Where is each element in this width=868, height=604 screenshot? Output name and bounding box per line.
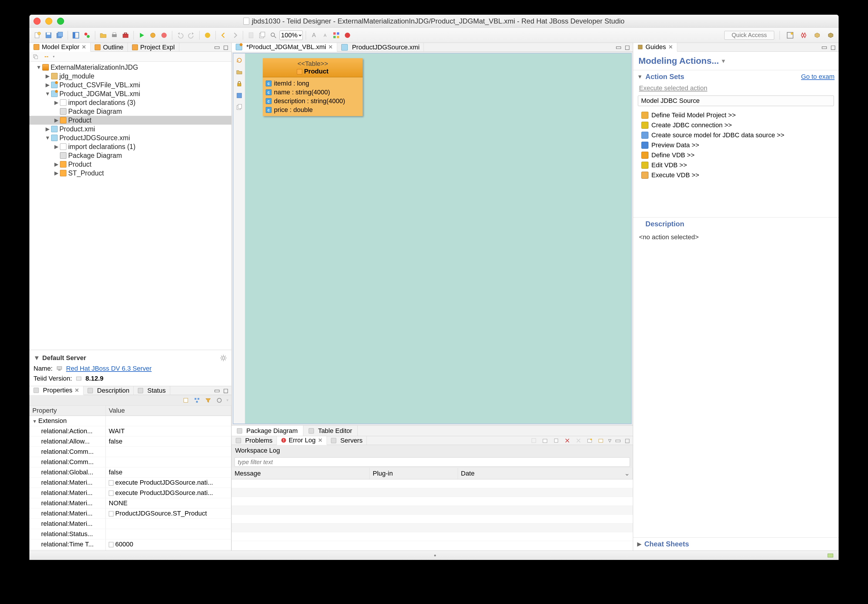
log-col-message[interactable]: Message: [232, 468, 370, 479]
undo-button[interactable]: [175, 30, 185, 40]
status-icon[interactable]: [827, 552, 834, 559]
tab-servers[interactable]: Servers: [327, 436, 367, 445]
toolbox-button[interactable]: [121, 30, 130, 40]
guide-action[interactable]: Edit VDB >>: [642, 160, 839, 170]
tree-item[interactable]: ▼ExternalMaterializationInJDG: [29, 63, 231, 72]
tab-outline[interactable]: Outline: [90, 43, 128, 51]
lock-icon[interactable]: [236, 80, 243, 88]
property-row[interactable]: relational:Action...WAIT: [29, 426, 231, 437]
property-row[interactable]: relational:Comm...: [29, 447, 231, 457]
layout-button[interactable]: [331, 30, 341, 40]
log-export-button[interactable]: [530, 437, 538, 444]
model-button[interactable]: [82, 30, 92, 40]
folder-up-icon[interactable]: [236, 68, 243, 76]
description-header[interactable]: ▼Description: [633, 217, 839, 231]
redo-button[interactable]: [186, 30, 196, 40]
column-row[interactable]: cprice : double: [266, 105, 360, 114]
save-diagram-icon[interactable]: [236, 92, 243, 99]
column-row[interactable]: cdescription : string(4000): [266, 97, 360, 105]
copy-diagram-icon[interactable]: [236, 104, 243, 111]
tab-description[interactable]: Description: [84, 386, 134, 395]
server-name-link[interactable]: Red Hat JBoss DV 6.3 Server: [66, 365, 152, 372]
log-restore-button[interactable]: [597, 437, 604, 444]
refresh-icon[interactable]: [236, 56, 243, 64]
log-delete-button[interactable]: [563, 437, 571, 444]
action-set-select[interactable]: Model JDBC Source: [638, 96, 834, 106]
tab-guides[interactable]: Guides ✕: [633, 43, 677, 52]
property-row[interactable]: relational:Global...false: [29, 467, 231, 478]
tab-properties[interactable]: Properties✕: [29, 386, 84, 395]
close-icon[interactable]: ✕: [328, 44, 333, 50]
prop-filter-button[interactable]: [204, 396, 212, 404]
property-row[interactable]: relational:Status...: [29, 529, 231, 539]
stop-button[interactable]: [159, 30, 169, 40]
column-row[interactable]: citemId : long: [266, 79, 360, 88]
tab-status[interactable]: Status: [134, 386, 170, 395]
min-icon[interactable]: ▭: [821, 43, 828, 51]
tree-item[interactable]: ▶import declarations (3): [29, 98, 231, 107]
guide-action[interactable]: Define Teiid Model Project >>: [642, 110, 839, 120]
execute-selected-action-link[interactable]: Execute selected action: [633, 83, 839, 93]
link-editor-button[interactable]: [42, 53, 51, 61]
guide-action[interactable]: Create source model for JDBC data source…: [642, 130, 839, 140]
back-button[interactable]: [219, 30, 229, 40]
property-row[interactable]: relational:Allow...false: [29, 437, 231, 447]
close-icon[interactable]: ✕: [318, 437, 322, 443]
new-button[interactable]: [33, 30, 42, 40]
property-row[interactable]: relational:Materi...NONE: [29, 498, 231, 508]
max-icon[interactable]: ◻: [223, 43, 228, 51]
property-row[interactable]: relational:Time T...60000: [29, 539, 231, 550]
search-button[interactable]: [268, 30, 278, 40]
properties-grid[interactable]: PropertyValue Extensionrelational:Action…: [29, 406, 231, 550]
box-perspective-button[interactable]: [812, 30, 822, 40]
tree-item[interactable]: ▼Product_JDGMat_VBL.xmi: [29, 89, 231, 98]
max-icon[interactable]: ◻: [830, 43, 835, 51]
collapse-all-button[interactable]: [32, 53, 40, 61]
close-icon[interactable]: ✕: [668, 44, 673, 50]
tree-item[interactable]: ▶Product: [29, 116, 231, 125]
forward-button[interactable]: [230, 30, 240, 40]
log-open-button[interactable]: [586, 437, 594, 444]
editor-foot-tab[interactable]: Package Diagram: [232, 426, 303, 436]
property-row[interactable]: relational:Materi...execute ProductJDGSo…: [29, 488, 231, 498]
print-button[interactable]: [109, 30, 119, 40]
log-min-icon[interactable]: ▭: [615, 437, 621, 444]
view-menu-icon[interactable]: ▿: [226, 398, 228, 402]
tree-item[interactable]: ▶Product_CSVFile_VBL.xmi: [29, 81, 231, 89]
zoom-window-button[interactable]: [57, 18, 64, 25]
box2-perspective-button[interactable]: [826, 30, 835, 40]
open-folder-button[interactable]: [98, 30, 108, 40]
log-col-plugin[interactable]: Plug-in: [370, 468, 458, 479]
tree-item[interactable]: Package Diagram: [29, 151, 231, 160]
tab-model-explor[interactable]: Model Explor✕: [29, 43, 90, 52]
min-icon[interactable]: ▭: [214, 43, 220, 51]
min-icon[interactable]: ▭: [214, 387, 220, 395]
close-icon[interactable]: ✕: [74, 387, 79, 393]
tab-problems[interactable]: Problems: [232, 436, 277, 445]
tree-item[interactable]: ▶jdg_module: [29, 72, 231, 81]
guide-action[interactable]: Create JDBC connection >>: [642, 120, 839, 130]
min-icon[interactable]: ▭: [615, 43, 622, 51]
property-row[interactable]: relational:Materi...: [29, 519, 231, 529]
validate-button[interactable]: [203, 30, 212, 40]
perspective-switcher-button[interactable]: [785, 30, 795, 40]
save-all-button[interactable]: [55, 30, 65, 40]
cheat-sheets-header[interactable]: ▶Cheat Sheets: [633, 537, 839, 550]
font-inc-button[interactable]: A: [309, 30, 319, 40]
property-row[interactable]: relational:Materi...ProductJDGSource.ST_…: [29, 508, 231, 519]
gear-icon[interactable]: [220, 354, 227, 362]
guide-action[interactable]: Preview Data >>: [642, 140, 839, 150]
column-row[interactable]: cname : string(4000): [266, 88, 360, 97]
quick-access-input[interactable]: [724, 31, 774, 40]
guide-action[interactable]: Execute VDB >>: [642, 170, 839, 180]
tree-item[interactable]: ▶ST_Product: [29, 169, 231, 178]
tree-item[interactable]: ▶import declarations (1): [29, 142, 231, 151]
prop-new-button[interactable]: [182, 396, 189, 404]
log-delete2-button[interactable]: [575, 437, 582, 444]
copy-button[interactable]: [257, 30, 267, 40]
debug-button[interactable]: [148, 30, 158, 40]
close-window-button[interactable]: [34, 18, 40, 25]
teiid-perspective-button[interactable]: [799, 30, 809, 40]
run-button[interactable]: [137, 30, 147, 40]
log-grid[interactable]: Message Plug-in Date⌄: [232, 468, 633, 550]
